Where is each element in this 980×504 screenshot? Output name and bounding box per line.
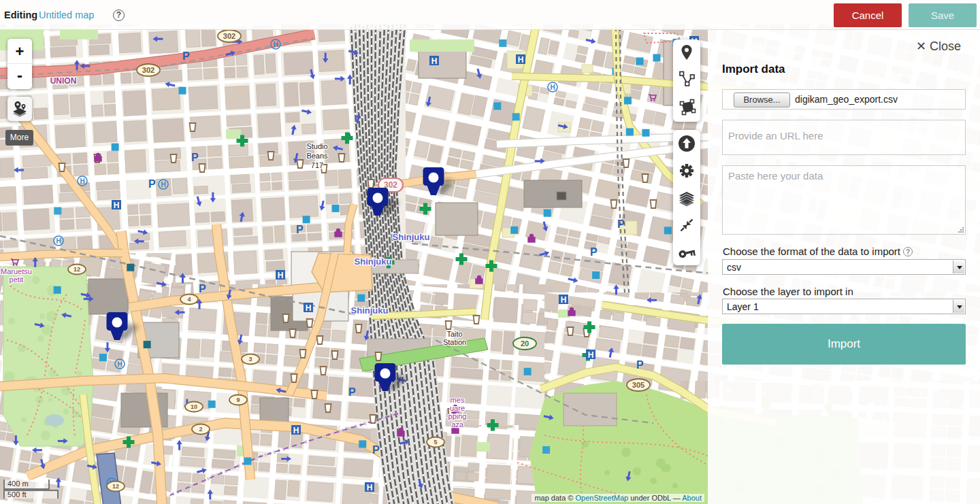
svg-text:P: P bbox=[182, 50, 190, 62]
svg-text:H: H bbox=[161, 181, 165, 188]
svg-text:H: H bbox=[367, 483, 373, 492]
svg-text:Shinjuku: Shinjuku bbox=[351, 305, 389, 316]
svg-text:uare: uare bbox=[450, 404, 465, 412]
svg-text:5: 5 bbox=[434, 439, 437, 446]
svg-text:H: H bbox=[80, 178, 84, 185]
svg-text:717: 717 bbox=[311, 161, 323, 169]
svg-text:P: P bbox=[191, 152, 199, 163]
svg-text:305: 305 bbox=[632, 381, 644, 389]
svg-text:4: 4 bbox=[187, 296, 191, 303]
svg-text:P: P bbox=[636, 359, 644, 371]
svg-text:12: 12 bbox=[74, 266, 80, 273]
svg-text:Maruetsu: Maruetsu bbox=[1, 267, 32, 275]
svg-text:P: P bbox=[296, 224, 304, 235]
svg-text:P: P bbox=[372, 444, 380, 456]
svg-text:20: 20 bbox=[521, 339, 529, 348]
svg-text:302: 302 bbox=[223, 32, 235, 40]
svg-text:petit: petit bbox=[10, 275, 24, 284]
svg-text:Taito: Taito bbox=[446, 330, 462, 338]
svg-text:10: 10 bbox=[191, 403, 197, 410]
svg-text:12: 12 bbox=[112, 483, 119, 490]
svg-text:9: 9 bbox=[236, 397, 240, 403]
svg-text:pping: pping bbox=[448, 412, 467, 420]
svg-text:P: P bbox=[348, 386, 356, 398]
svg-text:P: P bbox=[199, 283, 206, 295]
svg-text:aza: aza bbox=[451, 420, 464, 429]
svg-text:H: H bbox=[431, 56, 438, 66]
svg-text:P: P bbox=[590, 246, 598, 258]
svg-text:H: H bbox=[306, 303, 312, 313]
svg-text:H: H bbox=[56, 237, 61, 245]
svg-text:H: H bbox=[518, 55, 524, 65]
svg-text:H: H bbox=[114, 201, 120, 210]
svg-text:2: 2 bbox=[199, 426, 202, 433]
svg-text:Shinjuku: Shinjuku bbox=[355, 256, 392, 267]
svg-text:UNION: UNION bbox=[50, 76, 77, 86]
svg-text:H: H bbox=[561, 295, 567, 305]
svg-text:Shinjuku: Shinjuku bbox=[393, 232, 430, 242]
svg-text:H: H bbox=[278, 271, 284, 280]
svg-text:P: P bbox=[148, 178, 156, 190]
svg-text:3: 3 bbox=[248, 356, 252, 363]
svg-text:H: H bbox=[293, 426, 299, 435]
svg-text:mes: mes bbox=[451, 396, 465, 404]
svg-text:Beans: Beans bbox=[306, 152, 328, 160]
svg-text:H: H bbox=[273, 41, 278, 48]
svg-text:302: 302 bbox=[142, 66, 154, 74]
svg-text:H: H bbox=[550, 84, 555, 91]
svg-text:Studio: Studio bbox=[306, 142, 327, 150]
svg-text:Station: Station bbox=[443, 338, 466, 346]
svg-text:H: H bbox=[588, 350, 594, 360]
svg-text:H: H bbox=[117, 360, 122, 368]
svg-text:P: P bbox=[617, 218, 625, 230]
